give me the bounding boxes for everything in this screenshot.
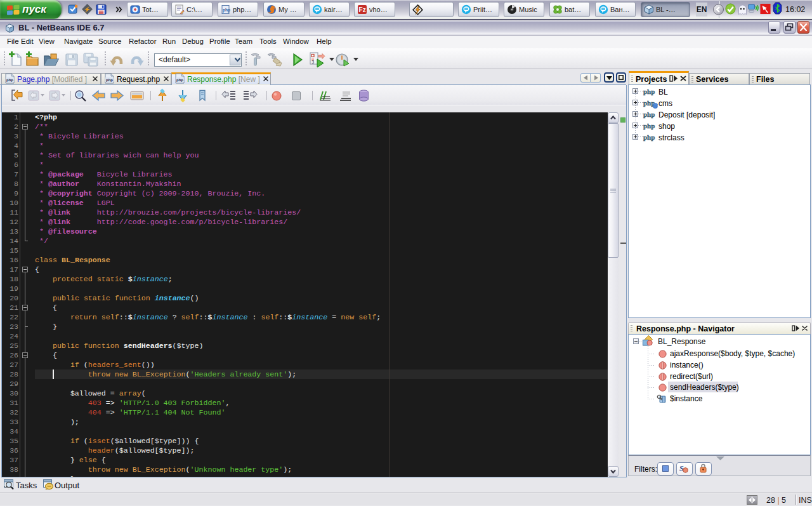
svg-text:Fz: Fz [359,6,366,13]
svg-text:php: php [643,133,655,141]
svg-text:3: 3 [311,60,314,64]
svg-text:php: php [6,78,13,82]
svg-text:php: php [176,78,183,82]
svg-text:php: php [223,8,230,13]
svg-text:php: php [643,122,655,130]
svg-text:php: php [643,110,655,118]
svg-text:php: php [106,78,113,82]
svg-text:php: php [643,88,655,95]
